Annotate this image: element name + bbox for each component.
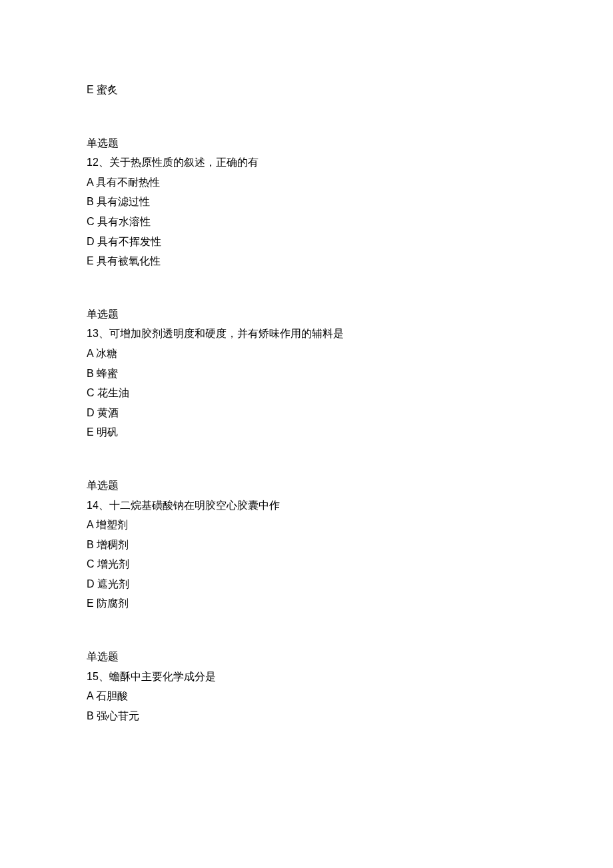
option-a: A 增塑剂 bbox=[87, 515, 526, 535]
option-b: B 蜂蜜 bbox=[87, 364, 526, 384]
question-type: 单选题 bbox=[87, 647, 526, 667]
question-text: 14、十二烷基磺酸钠在明胶空心胶囊中作 bbox=[87, 496, 526, 516]
option-e: E 具有被氧化性 bbox=[87, 251, 526, 271]
question-number: 13、 bbox=[87, 328, 109, 339]
option-e: E 明矾 bbox=[87, 422, 526, 442]
question-text: 13、可增加胶剂透明度和硬度，并有矫味作用的辅料是 bbox=[87, 324, 526, 344]
question-text: 15、蟾酥中主要化学成分是 bbox=[87, 667, 526, 687]
option-b: B 强心苷元 bbox=[87, 706, 526, 726]
option-c: C 花生油 bbox=[87, 383, 526, 403]
question-type: 单选题 bbox=[87, 476, 526, 496]
option-a: A 石胆酸 bbox=[87, 686, 526, 706]
option-text: E 蜜炙 bbox=[87, 84, 118, 95]
question-block-14: 单选题 14、十二烷基磺酸钠在明胶空心胶囊中作 A 增塑剂 B 增稠剂 C 增光… bbox=[87, 476, 526, 614]
question-body: 关于热原性质的叙述，正确的有 bbox=[109, 157, 259, 168]
option-c: C 具有水溶性 bbox=[87, 212, 526, 232]
question-block-12: 单选题 12、关于热原性质的叙述，正确的有 A 具有不耐热性 B 具有滤过性 C… bbox=[87, 133, 526, 271]
option-b: B 增稠剂 bbox=[87, 535, 526, 555]
question-number: 14、 bbox=[87, 500, 109, 511]
question-type: 单选题 bbox=[87, 133, 526, 153]
question-block-13: 单选题 13、可增加胶剂透明度和硬度，并有矫味作用的辅料是 A 冰糖 B 蜂蜜 … bbox=[87, 304, 526, 442]
question-number: 12、 bbox=[87, 157, 109, 168]
option-b: B 具有滤过性 bbox=[87, 192, 526, 212]
option-a: A 冰糖 bbox=[87, 344, 526, 364]
question-type: 单选题 bbox=[87, 304, 526, 324]
question-body: 可增加胶剂透明度和硬度，并有矫味作用的辅料是 bbox=[109, 328, 344, 339]
option-d: D 遮光剂 bbox=[87, 574, 526, 594]
question-text: 12、关于热原性质的叙述，正确的有 bbox=[87, 153, 526, 173]
option-a: A 具有不耐热性 bbox=[87, 173, 526, 193]
option-e: E 防腐剂 bbox=[87, 594, 526, 614]
option-d: D 黄酒 bbox=[87, 403, 526, 423]
question-number: 15、 bbox=[87, 671, 109, 682]
question-body: 十二烷基磺酸钠在明胶空心胶囊中作 bbox=[109, 500, 280, 511]
question-block-15: 单选题 15、蟾酥中主要化学成分是 A 石胆酸 B 强心苷元 bbox=[87, 647, 526, 725]
option-d: D 具有不挥发性 bbox=[87, 232, 526, 252]
orphan-option: E 蜜炙 bbox=[87, 80, 526, 100]
question-body: 蟾酥中主要化学成分是 bbox=[109, 671, 216, 682]
option-c: C 增光剂 bbox=[87, 554, 526, 574]
